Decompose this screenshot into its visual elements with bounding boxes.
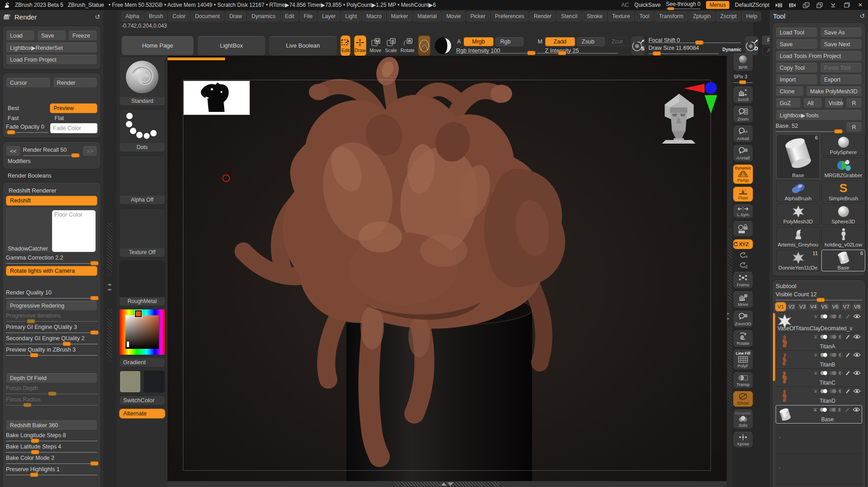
subtool-row[interactable]: VaseOfTitansClayDecimated_v	[776, 312, 862, 333]
menu-item[interactable]: Brush	[145, 11, 167, 21]
menus-button[interactable]: Menus	[706, 1, 729, 9]
visible-count-handle[interactable]	[816, 298, 825, 302]
subtool-folder-tab[interactable]: V5	[820, 303, 830, 311]
merge-down-icon[interactable]	[813, 371, 818, 375]
save-button[interactable]: Save	[37, 31, 66, 41]
tool-r-button[interactable]: R	[846, 122, 862, 132]
zoom-button[interactable]: Zoom	[733, 106, 753, 123]
menu-item[interactable]: Stencil	[557, 11, 581, 21]
paint-brush-icon[interactable]	[845, 313, 851, 319]
displacement-icon[interactable]	[838, 408, 842, 412]
render-button[interactable]: Render	[53, 78, 98, 88]
switch-color-button[interactable]: SwitchColor	[119, 395, 165, 405]
edit-button[interactable]: Edit	[340, 35, 350, 56]
right-tray-arrows[interactable]: ▸▸	[727, 311, 729, 321]
subtool-folder-tab[interactable]: V2	[786, 303, 796, 311]
uv-icon[interactable]	[830, 335, 836, 339]
preview-quality-handle[interactable]	[30, 353, 38, 357]
zadd-toggle[interactable]: Zadd	[545, 37, 575, 46]
freeze-button[interactable]: Freeze	[68, 31, 97, 41]
menu-item[interactable]: Alpha	[121, 11, 144, 21]
clone-button[interactable]: Clone	[776, 87, 804, 96]
a-toggle[interactable]: A	[456, 38, 461, 46]
right-tray-divider[interactable]: ▸▸	[727, 56, 733, 487]
current-material[interactable]: RoughMetal	[119, 260, 165, 306]
lightbox-button[interactable]: LightBox	[197, 36, 265, 55]
menu-item[interactable]: File	[300, 11, 317, 21]
scroll-down-icon[interactable]	[448, 482, 453, 486]
menu-item[interactable]: Zscript	[716, 11, 741, 21]
flat-button[interactable]: Flat	[53, 115, 98, 121]
render-quality-slider[interactable]: Render Quality 10	[6, 289, 97, 299]
gamma-correction-slider[interactable]: Gamma Correction 2.2	[6, 255, 97, 264]
aahalf-button[interactable]: AAHalf	[733, 145, 753, 162]
gradient-button[interactable]: Gradient	[119, 357, 165, 367]
redshift-button[interactable]: Redshift	[6, 196, 97, 206]
subtool-row[interactable]: TitanA	[776, 333, 862, 351]
fade-opacity-handle[interactable]	[7, 130, 15, 135]
alpha-quick-pick[interactable]	[418, 35, 431, 56]
menu-item[interactable]: Edit	[281, 11, 298, 21]
eye-visibility-icon[interactable]	[853, 314, 861, 319]
goz-button[interactable]: GoZ	[776, 98, 801, 108]
menu-item[interactable]: Dynamics	[247, 11, 279, 21]
tray-collapse-arrows[interactable]: ◂▸◂▸	[107, 282, 112, 292]
saturation-value-square[interactable]	[125, 315, 159, 349]
tool-cell[interactable]: PolyMesh3D	[776, 203, 820, 225]
secondary-color-swatch[interactable]	[144, 371, 165, 393]
polypaint-icon[interactable]	[820, 335, 827, 339]
progressive-iterations-slider[interactable]: Progressive Iterations	[6, 313, 97, 322]
ghost-button[interactable]: Ghost	[733, 391, 753, 407]
menu-item[interactable]: Preferences	[491, 11, 528, 21]
scroll-button[interactable]: Scroll	[733, 87, 753, 103]
subtool-row[interactable]: TitanB	[776, 351, 862, 369]
lightbox-renderset-button[interactable]: Lightbox▶RenderSet	[6, 43, 97, 53]
modifiers-expander[interactable]: Modifiers	[6, 158, 31, 164]
displacement-icon[interactable]	[839, 335, 843, 339]
uv-icon[interactable]	[829, 408, 836, 412]
visible-count-slider[interactable]: Visible Count 12	[776, 291, 862, 301]
dynamic-dial[interactable]: D	[745, 36, 758, 55]
menu-item[interactable]: Document	[191, 11, 224, 21]
tool-cell[interactable]: 11 DonnieYen11(De	[776, 250, 820, 271]
draw-size-handle[interactable]	[652, 51, 661, 56]
shadowcatcher-button[interactable]: ShadowCatcher	[8, 246, 50, 252]
fade-color-swatch[interactable]: Fade Color	[50, 123, 97, 133]
z-intensity-slider[interactable]: Z Intensity 25	[537, 48, 618, 54]
paint-brush-icon[interactable]	[845, 370, 851, 376]
bake-color-mode-handle[interactable]	[90, 461, 99, 466]
redshift-renderer-header[interactable]: Redshift Renderer	[9, 187, 57, 194]
depth-of-field-button[interactable]: Depth Of Field	[6, 373, 97, 383]
progressive-rendering-button[interactable]: Progressive Redering	[6, 301, 97, 311]
tool-cell-selected[interactable]: 6 Base	[821, 250, 865, 271]
eye-visibility-icon[interactable]	[853, 334, 861, 339]
xpose-button[interactable]: Xpose	[733, 432, 753, 448]
uv-icon[interactable]	[830, 353, 836, 357]
primary-gi-handle[interactable]	[90, 330, 99, 335]
eye-visibility-icon[interactable]	[853, 389, 861, 394]
eye-visibility-icon[interactable]	[853, 352, 861, 357]
save-tool-button[interactable]: Save	[776, 39, 818, 49]
uv-icon[interactable]	[830, 371, 836, 375]
persp-button[interactable]: Dynamic Persp	[733, 164, 753, 184]
menu-item[interactable]: Transform	[655, 11, 687, 21]
export-button[interactable]: Export	[820, 75, 862, 85]
secondary-gi-handle[interactable]	[62, 342, 71, 346]
progressive-iterations-handle[interactable]	[27, 319, 35, 323]
camera-head-icon[interactable]	[659, 90, 698, 144]
solo-button[interactable]: Dynamic Solo	[733, 410, 753, 429]
bpr-button[interactable]: BPR	[733, 53, 753, 71]
color-picker[interactable]	[120, 309, 165, 355]
paste-tool-button[interactable]: Paste Tool	[820, 63, 862, 73]
hue-selector[interactable]	[135, 310, 142, 317]
tool-cell[interactable]: holding_v02Low	[821, 227, 865, 248]
rotate-button[interactable]: R Rotate	[400, 38, 414, 53]
rotate-y-button[interactable]: Y	[738, 252, 748, 259]
preview-quality-slider[interactable]: Preview Quality in ZBrush 3	[6, 347, 97, 356]
spix-slider[interactable]: SPix 3	[734, 74, 753, 84]
bake-latitude-handle[interactable]	[31, 450, 39, 454]
active-tool-slider[interactable]: Base. 52	[776, 123, 844, 132]
quicksave-button[interactable]: QuickSave	[634, 2, 661, 8]
frame-button[interactable]: Frame	[733, 272, 753, 289]
tool-cell[interactable]: S SimpleBrush	[821, 180, 865, 202]
